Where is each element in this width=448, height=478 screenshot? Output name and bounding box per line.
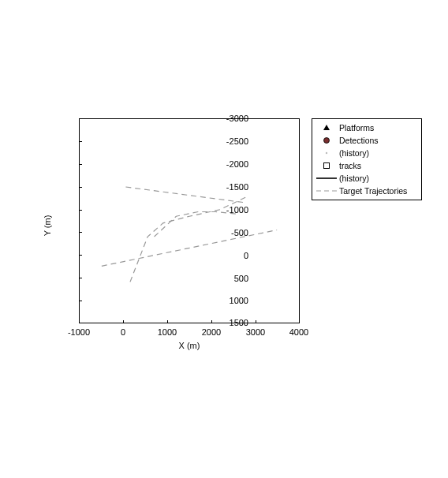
legend-item-history2: (history) bbox=[315, 172, 418, 185]
triangle-icon bbox=[315, 122, 338, 133]
x-tick-label: 0 bbox=[103, 327, 143, 337]
svg-point-0 bbox=[324, 138, 330, 144]
y-tick-label: -1000 bbox=[209, 205, 248, 215]
y-tick-label: -500 bbox=[209, 228, 248, 237]
legend-item-target-trajectories: Target Trajectories bbox=[315, 185, 418, 197]
x-tick-label: -1000 bbox=[59, 327, 99, 337]
legend-label: tracks bbox=[339, 161, 361, 170]
svg-rect-2 bbox=[324, 163, 330, 169]
y-tick-label: -2000 bbox=[209, 159, 248, 169]
legend-item-history1: (history) bbox=[315, 147, 418, 159]
circle-filled-icon bbox=[315, 135, 338, 146]
x-tick-label: 1000 bbox=[147, 327, 187, 337]
dot-icon bbox=[315, 148, 338, 159]
legend-label: (history) bbox=[339, 174, 369, 183]
y-tick-label: 500 bbox=[209, 274, 248, 283]
square-icon bbox=[315, 160, 338, 171]
legend-item-tracks: tracks bbox=[315, 159, 418, 172]
legend-label: (history) bbox=[339, 148, 369, 158]
y-tick-label: -2500 bbox=[209, 136, 248, 146]
dashed-line-icon bbox=[315, 185, 338, 196]
y-tick-label: -3000 bbox=[209, 114, 248, 123]
solid-line-icon bbox=[315, 173, 338, 184]
y-tick-label: 1500 bbox=[209, 318, 248, 327]
svg-point-1 bbox=[326, 152, 327, 154]
legend-label: Target Trajectories bbox=[339, 186, 407, 196]
legend-item-detections: Detections bbox=[315, 134, 418, 147]
legend-item-platforms: Platforms bbox=[315, 121, 418, 134]
x-tick-label: 3000 bbox=[236, 327, 275, 337]
trajectories-svg bbox=[80, 119, 299, 323]
y-tick-label: 0 bbox=[209, 251, 248, 260]
legend: Platforms Detections (history) tracks (h… bbox=[312, 118, 422, 200]
x-axis-label: X (m) bbox=[79, 341, 300, 350]
x-tick-label: 4000 bbox=[279, 327, 319, 337]
y-axis-label: Y (m) bbox=[43, 202, 52, 249]
y-tick-label: 1000 bbox=[209, 296, 248, 305]
legend-label: Detections bbox=[339, 136, 379, 145]
y-tick-label: -1500 bbox=[209, 182, 248, 192]
x-tick-label: 2000 bbox=[192, 327, 231, 337]
plot-area bbox=[79, 118, 300, 323]
legend-label: Platforms bbox=[339, 123, 374, 133]
